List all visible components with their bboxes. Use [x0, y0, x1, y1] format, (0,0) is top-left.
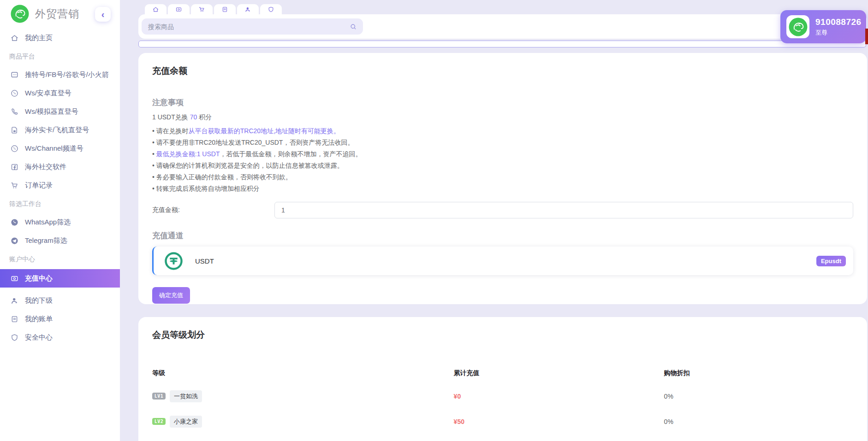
sidebar-item-orders[interactable]: 订单记录 — [0, 176, 120, 194]
shopping-discount: 0% — [664, 418, 853, 425]
sidebar-item-whatsapp-filter[interactable]: WhatsApp筛选 — [0, 213, 120, 231]
amount-label: 充值金额: — [152, 206, 274, 214]
exchange-pre: 1 USDT兑换 — [152, 113, 188, 121]
table-header: 等级 累计充值 购物折扣 — [152, 363, 853, 383]
channel-usdt-card[interactable]: USDT Epusdt — [152, 247, 853, 275]
whatsapp-filled-icon — [10, 218, 19, 227]
level-badge: LV1 — [152, 393, 166, 400]
sidebar-item-label: 海外社交软件 — [25, 163, 66, 171]
bill-icon — [10, 315, 19, 323]
table-row: LV2 小康之家 ¥50 0% — [152, 409, 853, 434]
sidebar-item-label: Ws/安卓直登号 — [25, 89, 71, 98]
sidebar-item-ws-android[interactable]: Ws/安卓直登号 — [0, 84, 120, 102]
search-icon[interactable] — [349, 23, 357, 31]
recharge-balance-card: 充值余额 注意事项 1 USDT兑换 70 积分 请在兑换时从平台获取最新的TR… — [138, 53, 867, 304]
exchange-rate-line: 1 USDT兑换 70 积分 — [152, 113, 853, 122]
sidebar-item-label: WhatsApp筛选 — [25, 218, 71, 227]
sidebar-item-label: Ws/模拟器直登号 — [25, 107, 78, 116]
sidebar-section-products: 商品平台 — [0, 47, 120, 65]
sidebar-item-my-bills[interactable]: 我的账单 — [0, 310, 120, 328]
cart-icon — [198, 6, 205, 13]
confirm-recharge-button[interactable]: 确定充值 — [152, 287, 190, 304]
cumulative-recharge: ¥50 — [454, 418, 664, 425]
sidebar-item-label: Ws/Channel频道号 — [25, 144, 83, 153]
whatsapp-icon — [10, 89, 19, 98]
sidebar-item-label: 我的主页 — [25, 34, 53, 42]
sidebar-item-label: 安全中心 — [25, 333, 53, 342]
tab-cart[interactable] — [191, 4, 213, 15]
exchange-value: 70 — [188, 113, 199, 121]
sidebar-item-label: 推特号/FB号/谷歌号/小火箭 — [25, 71, 109, 79]
search-bar-card — [138, 14, 867, 39]
cart-icon — [10, 181, 19, 190]
user-badge[interactable]: 910088726 至尊 — [780, 10, 866, 43]
app-logo-icon — [10, 4, 30, 24]
sidebar-item-label: 海外实卡/飞机直登号 — [25, 126, 89, 135]
note-item: 转账完成后系统将自动增加相应积分 — [152, 183, 853, 194]
topbar-tabs — [145, 4, 282, 15]
user-meta: 910088726 至尊 — [815, 17, 862, 37]
trc20-address-link[interactable]: 从平台获取最新的TRC20地址,地址随时有可能更换。 — [189, 127, 340, 135]
team-icon — [10, 296, 19, 305]
shield-icon — [10, 333, 19, 342]
sim-card-icon — [10, 126, 19, 135]
phone-icon — [10, 107, 19, 116]
page-title: 充值余额 — [152, 65, 853, 77]
search-input[interactable] — [148, 23, 349, 30]
tab-team[interactable] — [237, 4, 259, 15]
tab-security[interactable] — [260, 4, 282, 15]
recharge-card-icon — [10, 274, 19, 283]
sidebar-collapse-button[interactable]: ‹ — [95, 7, 111, 22]
facebook-icon — [10, 163, 19, 171]
sidebar-item-my-subordinates[interactable]: 我的下级 — [0, 291, 120, 310]
sidebar-item-ws-emulator[interactable]: Ws/模拟器直登号 — [0, 102, 120, 121]
col-level: 等级 — [152, 369, 454, 377]
cumulative-recharge: ¥0 — [454, 393, 664, 400]
note-item: 请确保您的计算机和浏览器是安全的，以防止信息被篡改或泄露。 — [152, 160, 853, 171]
amount-input[interactable] — [274, 202, 853, 218]
app-title: 外贸营销 — [35, 7, 79, 21]
note-item: 务必要输入正确的付款金额，否则将收不到款。 — [152, 171, 853, 183]
level-name: 一贫如洗 — [170, 390, 202, 402]
sidebar-item-overseas-sim[interactable]: 海外实卡/飞机直登号 — [0, 121, 120, 139]
channel-name: USDT — [195, 257, 214, 265]
min-exchange-highlight: 最低兑换金额:1 USDT — [156, 150, 220, 158]
membership-title: 会员等级划分 — [152, 329, 853, 341]
edge-widget-sliver — [865, 29, 868, 44]
whatsapp-icon — [10, 144, 19, 153]
exchange-post: 积分 — [199, 113, 212, 121]
table-row: LV3 腰缠万贯 ¥100 0% — [152, 434, 853, 441]
chat-icon — [10, 71, 19, 79]
avatar-logo-icon — [788, 17, 808, 37]
sidebar-item-home[interactable]: 我的主页 — [0, 29, 120, 47]
recharge-card-icon — [175, 6, 182, 13]
amount-row: 充值金额: — [152, 202, 853, 218]
team-icon — [244, 6, 251, 13]
tether-icon — [165, 252, 183, 270]
shopping-discount: 0% — [664, 393, 853, 400]
user-level-badge: 至尊 — [815, 29, 862, 37]
sidebar-item-social-accounts[interactable]: 推特号/FB号/谷歌号/小火箭 — [0, 65, 120, 84]
sidebar-item-security-center[interactable]: 安全中心 — [0, 328, 120, 347]
level-name: 小康之家 — [170, 416, 202, 428]
sidebar-item-telegram-filter[interactable]: Telegram筛选 — [0, 231, 120, 250]
tab-home[interactable] — [145, 4, 166, 15]
tab-bills[interactable] — [214, 4, 236, 15]
avatar — [786, 15, 809, 38]
sidebar-logo-row: 外贸营销 ‹ — [0, 0, 120, 28]
home-icon — [10, 34, 19, 42]
notes-list: 请在兑换时从平台获取最新的TRC20地址,地址随时有可能更换。 请不要使用非TR… — [152, 125, 853, 194]
membership-levels-card: 会员等级划分 等级 累计充值 购物折扣 LV1 一贫如洗 ¥0 0% LV2 小… — [138, 317, 867, 441]
sidebar-item-ws-channel[interactable]: Ws/Channel频道号 — [0, 139, 120, 158]
tab-recharge[interactable] — [168, 4, 190, 15]
note-item: 请在兑换时从平台获取最新的TRC20地址,地址随时有可能更换。 — [152, 125, 853, 137]
table-row: LV1 一贫如洗 ¥0 0% — [152, 383, 853, 409]
sidebar-item-overseas-social[interactable]: 海外社交软件 — [0, 158, 120, 176]
sidebar: 外贸营销 ‹ 我的主页 商品平台 推特号/FB号/谷歌号/小火箭 Ws/安卓直登… — [0, 0, 120, 441]
note-item: 最低兑换金额:1 USDT，若低于最低金额，则余额不增加，资产不追回。 — [152, 148, 853, 160]
home-icon — [152, 6, 159, 13]
shield-icon — [268, 6, 274, 13]
col-recharge: 累计充值 — [454, 369, 664, 377]
sidebar-item-recharge-center[interactable]: 充值中心 — [0, 269, 120, 288]
main-area: 910088726 至尊 充值余额 注意事项 1 USDT兑换 70 积分 请在… — [120, 0, 868, 441]
